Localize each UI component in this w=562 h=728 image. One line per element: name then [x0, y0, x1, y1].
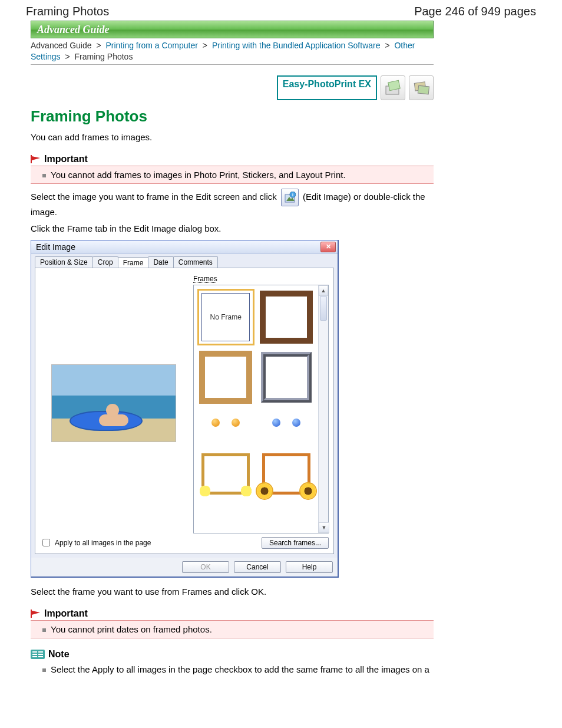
breadcrumb-sep: > — [62, 52, 72, 61]
frame-option-flowers-yellow[interactable] — [197, 440, 254, 496]
svg-rect-3 — [418, 85, 429, 94]
apply-all-checkbox[interactable]: Apply to all images in the page — [40, 537, 151, 548]
frame-option-metal[interactable] — [258, 349, 315, 406]
app-photos-icon — [409, 75, 434, 100]
frames-scrollbar[interactable]: ▲ ▼ — [318, 285, 328, 533]
svg-rect-11 — [32, 651, 37, 653]
edit-image-icon: i — [281, 189, 299, 206]
note-box: Select the Apply to all images in the pa… — [31, 661, 434, 678]
frame-option-wood-dark[interactable] — [258, 289, 315, 345]
note-icon — [31, 650, 45, 659]
breadcrumb-sep: > — [200, 41, 210, 50]
cancel-button[interactable]: Cancel — [234, 561, 281, 573]
svg-text:i: i — [292, 193, 293, 197]
frames-listbox: No Frame ▲ — [193, 285, 329, 533]
tab-comments[interactable]: Comments — [173, 256, 218, 268]
svg-rect-1 — [388, 80, 401, 90]
tab-frame[interactable]: Frame — [118, 257, 149, 268]
heading-framing-photos: Framing Photos — [31, 107, 434, 126]
breadcrumb-advanced-guide[interactable]: Advanced Guide — [31, 41, 92, 50]
important-box-1: You cannot add frames to images in Photo… — [31, 166, 434, 184]
close-icon: ✕ — [326, 243, 331, 251]
note-heading: Note — [31, 649, 434, 660]
select-image-text: Select the image you want to frame in th… — [31, 189, 434, 218]
frame-option-none[interactable]: No Frame — [197, 289, 254, 345]
tab-position-size[interactable]: Position & Size — [35, 256, 93, 268]
page-position: Page 246 of 949 pages — [414, 5, 536, 18]
search-frames-button[interactable]: Search frames... — [262, 537, 329, 549]
important-item-2: You cannot print dates on framed photos. — [42, 624, 430, 634]
tab-crop[interactable]: Crop — [92, 256, 118, 268]
breadcrumb-printing-from-computer[interactable]: Printing from a Computer — [106, 41, 198, 50]
ok-button[interactable]: OK — [182, 561, 229, 573]
flag-icon — [31, 155, 42, 163]
select-frame-text: Select the frame you want to use from Fr… — [31, 586, 434, 598]
scroll-up-icon[interactable]: ▲ — [319, 285, 328, 296]
svg-rect-14 — [38, 651, 43, 653]
intro-text: You can add frames to images. — [31, 131, 434, 143]
breadcrumb: Advanced Guide > Printing from a Compute… — [31, 38, 434, 65]
svg-rect-15 — [38, 654, 43, 655]
apply-all-checkbox-input[interactable] — [42, 539, 50, 546]
scroll-thumb[interactable] — [320, 296, 327, 321]
important-box-2: You cannot print dates on framed photos. — [31, 620, 434, 638]
breadcrumb-current: Framing Photos — [75, 52, 133, 61]
app-thumbnail-icon — [381, 75, 405, 100]
frames-label: Frames — [193, 275, 217, 283]
important-heading: Important — [31, 154, 434, 164]
page-title: Framing Photos — [26, 5, 109, 18]
frame-option-pins-blue[interactable] — [258, 409, 315, 436]
important-item-1: You cannot add frames to images in Photo… — [42, 170, 430, 180]
breadcrumb-sep: > — [382, 41, 392, 50]
frame-option-pins-orange[interactable] — [197, 409, 254, 436]
apply-all-label: Apply to all images in the page — [55, 539, 151, 547]
app-name-badge: Easy-PhotoPrint EX — [277, 75, 377, 100]
important-heading-2: Important — [31, 608, 434, 619]
breadcrumb-sep: > — [94, 41, 103, 50]
svg-marker-9 — [31, 610, 40, 618]
svg-marker-4 — [31, 155, 40, 163]
frame-option-sunflowers[interactable] — [258, 440, 315, 496]
frame-option-wood-light[interactable] — [197, 349, 254, 406]
dialog-title: Edit Image — [36, 242, 75, 252]
note-item-1: Select the Apply to all images in the pa… — [42, 664, 430, 674]
tab-date[interactable]: Date — [148, 256, 173, 268]
guide-banner-text: Advanced Guide — [37, 24, 109, 36]
dialog-tabs: Position & Size Crop Frame Date Comments — [31, 254, 338, 268]
scroll-down-icon[interactable]: ▼ — [319, 522, 329, 533]
help-button[interactable]: Help — [286, 561, 333, 573]
flag-icon — [31, 610, 42, 618]
image-preview — [40, 273, 187, 533]
svg-rect-12 — [32, 654, 37, 655]
preview-photo — [51, 364, 176, 442]
svg-rect-16 — [38, 656, 43, 657]
click-frame-tab-text: Click the Frame tab in the Edit Image di… — [31, 223, 434, 235]
close-button[interactable]: ✕ — [320, 242, 336, 252]
svg-rect-13 — [32, 656, 37, 657]
guide-banner: Advanced Guide — [31, 21, 434, 38]
edit-image-dialog: Edit Image ✕ Position & Size Crop Frame … — [31, 240, 339, 578]
breadcrumb-bundled-software[interactable]: Printing with the Bundled Application So… — [212, 41, 381, 50]
